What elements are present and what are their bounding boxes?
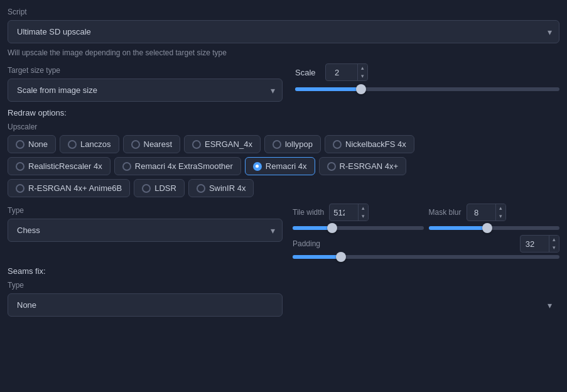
upscaler-realistic-label: RealisticRescaler 4x: [28, 161, 102, 171]
scale-spin-buttons: ▴ ▾: [357, 64, 367, 80]
upscaler-realistic-radio: [16, 162, 24, 171]
padding-label: Padding: [293, 239, 320, 248]
redraw-title: Redraw options:: [8, 108, 559, 117]
upscaler-realistic[interactable]: RealisticRescaler 4x: [8, 157, 111, 175]
mask-blur-spin-down[interactable]: ▾: [496, 212, 505, 220]
type-dropdown[interactable]: Chess: [8, 219, 283, 242]
upscaler-esrgan4x-label: ESRGAN_4x: [205, 139, 252, 149]
upscaler-lanczos[interactable]: Lanczos: [60, 135, 119, 153]
padding-slider-fill: [293, 255, 341, 259]
scale-label: Scale: [295, 68, 320, 77]
upscaler-row2: RealisticRescaler 4x Remacri 4x ExtraSmo…: [8, 157, 559, 175]
info-text: Will upscale the image depending on the …: [8, 48, 559, 57]
upscaler-ldsr-label: LDSR: [154, 183, 176, 193]
upscaler-remacri4x-label: Remacri 4x: [266, 161, 307, 171]
upscaler-remacri4xe-radio: [122, 162, 131, 171]
upscaler-swinir-radio: [197, 184, 205, 193]
tile-width-slider-thumb[interactable]: [327, 223, 337, 233]
upscaler-lollypop[interactable]: lollypop: [264, 135, 321, 153]
padding-spin: ▴ ▾: [549, 236, 559, 252]
padding-input[interactable]: [521, 237, 549, 251]
mask-blur-item: Mask blur ▴ ▾: [429, 204, 560, 230]
upscaler-lanczos-radio: [68, 140, 77, 149]
tile-width-spin-up[interactable]: ▴: [359, 204, 368, 212]
seams-type-label: Type: [8, 281, 559, 290]
upscaler-nearest-label: Nearest: [144, 139, 173, 149]
scale-slider-thumb[interactable]: [356, 84, 366, 94]
upscaler-remacri4x[interactable]: Remacri 4x: [245, 157, 315, 175]
tile-width-input-wrapper: ▴ ▾: [329, 204, 369, 221]
mask-blur-input[interactable]: [467, 206, 495, 219]
mask-blur-label: Mask blur: [429, 208, 462, 217]
scale-slider[interactable]: [295, 87, 559, 91]
upscaler-none-radio: [16, 140, 24, 149]
upscaler-label: Upscaler: [8, 122, 559, 131]
upscaler-ldsr[interactable]: LDSR: [134, 179, 185, 197]
target-scale-row: Target size type Scale from image size ▾…: [8, 63, 559, 102]
seams-type-dropdown[interactable]: None: [8, 293, 283, 317]
scale-input[interactable]: [326, 65, 357, 80]
target-size-dropdown-wrapper: Scale from image size ▾: [8, 79, 283, 102]
upscaler-resrgan4xanime-label: R-ESRGAN 4x+ Anime6B: [28, 183, 122, 193]
padding-input-wrapper: ▴ ▾: [520, 235, 559, 253]
scale-row: Scale ▴ ▾: [295, 63, 559, 81]
upscaler-resrgan4xplus-radio: [327, 162, 336, 171]
upscaler-resrgan4xanime[interactable]: R-ESRGAN 4x+ Anime6B: [8, 179, 130, 197]
mask-blur-slider-fill: [429, 226, 488, 230]
tile-width-spin-down[interactable]: ▾: [359, 212, 368, 220]
padding-spin-down[interactable]: ▾: [549, 244, 559, 252]
upscaler-swinir-label: SwinIR 4x: [209, 183, 246, 193]
upscaler-remacri4xe-label: Remacri 4x ExtraSmoother: [135, 161, 233, 171]
upscaler-lollypop-radio: [273, 140, 281, 149]
upscaler-nickelback-radio: [333, 140, 342, 149]
tile-width-spin: ▴ ▾: [358, 204, 368, 220]
upscaler-remacri4x-radio: [253, 162, 262, 171]
mask-blur-slider-thumb[interactable]: [482, 223, 492, 233]
upscaler-resrgan4xplus[interactable]: R-ESRGAN 4x+: [319, 157, 407, 175]
upscaler-nickelback[interactable]: NickelbackFS 4x: [325, 135, 414, 153]
type-section: Type Chess ▾: [8, 204, 283, 259]
scale-input-wrapper: ▴ ▾: [325, 63, 368, 81]
redraw-section: Redraw options: Upscaler None Lanczos Ne…: [8, 108, 559, 197]
upscaler-nearest-radio: [131, 140, 140, 149]
target-size-label: Target size type: [8, 66, 283, 75]
target-size-dropdown[interactable]: Scale from image size: [8, 79, 283, 102]
seams-section: Seams fix: Type None ▾: [8, 266, 559, 317]
upscaler-esrgan4x[interactable]: ESRGAN_4x: [184, 135, 261, 153]
padding-slider[interactable]: [293, 255, 559, 259]
upscaler-resrgan4xanime-radio: [16, 184, 24, 193]
tile-width-top: Tile width ▴ ▾: [293, 204, 424, 221]
upscaler-lanczos-label: Lanczos: [80, 139, 111, 149]
target-size-section: Target size type Scale from image size ▾: [8, 63, 283, 102]
tile-width-input[interactable]: [330, 206, 358, 219]
tile-width-slider[interactable]: [293, 226, 424, 230]
upscaler-ldsr-radio: [142, 184, 151, 193]
upscaler-lollypop-label: lollypop: [285, 139, 313, 149]
upscaler-nearest[interactable]: Nearest: [123, 135, 181, 153]
scale-spin-down[interactable]: ▾: [358, 72, 367, 80]
padding-slider-thumb[interactable]: [336, 252, 346, 262]
mask-blur-slider[interactable]: [429, 226, 560, 230]
upscaler-resrgan4xplus-label: R-ESRGAN 4x+: [340, 161, 399, 171]
mask-blur-input-wrapper: ▴ ▾: [467, 204, 506, 221]
upscaler-none[interactable]: None: [8, 135, 56, 153]
script-section: Script Ultimate SD upscale ▾: [8, 8, 559, 43]
seams-title: Seams fix:: [8, 266, 559, 276]
scale-slider-fill: [295, 87, 361, 91]
upscaler-nickelback-label: NickelbackFS 4x: [345, 139, 406, 149]
upscaler-remacri4xe[interactable]: Remacri 4x ExtraSmoother: [114, 157, 241, 175]
scale-spin-up[interactable]: ▴: [358, 64, 367, 72]
mask-blur-top: Mask blur ▴ ▾: [429, 204, 560, 221]
padding-spin-up[interactable]: ▴: [549, 236, 559, 244]
mask-blur-spin-up[interactable]: ▴: [496, 204, 505, 212]
upscaler-swinir[interactable]: SwinIR 4x: [188, 179, 254, 197]
scale-section: Scale ▴ ▾: [295, 63, 559, 91]
type-label: Type: [8, 206, 283, 215]
tile-width-item: Tile width ▴ ▾: [293, 204, 424, 230]
tile-section: Tile width ▴ ▾ Mask blur: [293, 204, 559, 259]
script-dropdown[interactable]: Ultimate SD upscale: [8, 20, 559, 43]
tile-width-slider-fill: [293, 226, 332, 230]
upscaler-none-label: None: [28, 139, 48, 149]
seams-type-chevron-icon: ▾: [548, 300, 552, 310]
upscaler-esrgan4x-radio: [192, 140, 201, 149]
